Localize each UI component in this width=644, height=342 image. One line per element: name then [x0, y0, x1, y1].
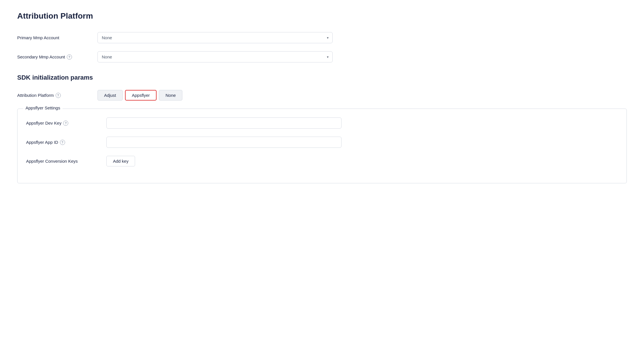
appsflyer-app-id-input[interactable] — [106, 137, 341, 148]
attribution-platform-toggle-group: Adjust Appsflyer None — [97, 90, 182, 101]
toggle-appsflyer-button[interactable]: Appsflyer — [125, 90, 157, 101]
secondary-mmp-row: Secondary Mmp Account ? None ▾ — [17, 51, 627, 62]
primary-mmp-label: Primary Mmp Account — [17, 35, 97, 40]
primary-mmp-select[interactable]: None — [97, 32, 333, 43]
add-key-button[interactable]: Add key — [106, 156, 135, 166]
toggle-adjust-button[interactable]: Adjust — [97, 90, 123, 101]
primary-mmp-select-wrapper: None ▾ — [97, 32, 333, 43]
appsflyer-dev-key-row: Appsflyer Dev Key ? — [26, 117, 618, 129]
secondary-mmp-select-wrapper: None ▾ — [97, 51, 333, 62]
sdk-section: SDK initialization params Attribution Pl… — [17, 74, 627, 183]
appsflyer-settings-legend: Appsflyer Settings — [23, 105, 63, 110]
sdk-section-title: SDK initialization params — [17, 74, 627, 81]
appsflyer-app-id-label: Appsflyer App ID ? — [26, 140, 106, 145]
secondary-mmp-select[interactable]: None — [97, 51, 333, 62]
secondary-mmp-label: Secondary Mmp Account ? — [17, 54, 97, 60]
primary-mmp-row: Primary Mmp Account None ▾ — [17, 32, 627, 43]
attribution-platform-label: Attribution Platform ? — [17, 93, 97, 98]
toggle-none-button[interactable]: None — [159, 90, 182, 101]
secondary-mmp-help-icon[interactable]: ? — [67, 54, 72, 60]
appsflyer-app-id-row: Appsflyer App ID ? — [26, 137, 618, 148]
primary-secondary-section: Primary Mmp Account None ▾ Secondary Mmp… — [17, 32, 627, 62]
appsflyer-dev-key-help-icon[interactable]: ? — [63, 121, 68, 126]
appsflyer-conversion-keys-row: Appsflyer Conversion Keys Add key — [26, 156, 618, 166]
appsflyer-app-id-help-icon[interactable]: ? — [60, 140, 65, 145]
appsflyer-conversion-keys-label: Appsflyer Conversion Keys — [26, 159, 106, 164]
appsflyer-settings-box: Appsflyer Settings Appsflyer Dev Key ? A… — [17, 109, 627, 183]
appsflyer-dev-key-input[interactable] — [106, 117, 341, 129]
attribution-platform-help-icon[interactable]: ? — [56, 93, 61, 98]
page-title: Attribution Platform — [17, 11, 627, 21]
attribution-platform-row: Attribution Platform ? Adjust Appsflyer … — [17, 90, 627, 101]
appsflyer-dev-key-label: Appsflyer Dev Key ? — [26, 121, 106, 126]
